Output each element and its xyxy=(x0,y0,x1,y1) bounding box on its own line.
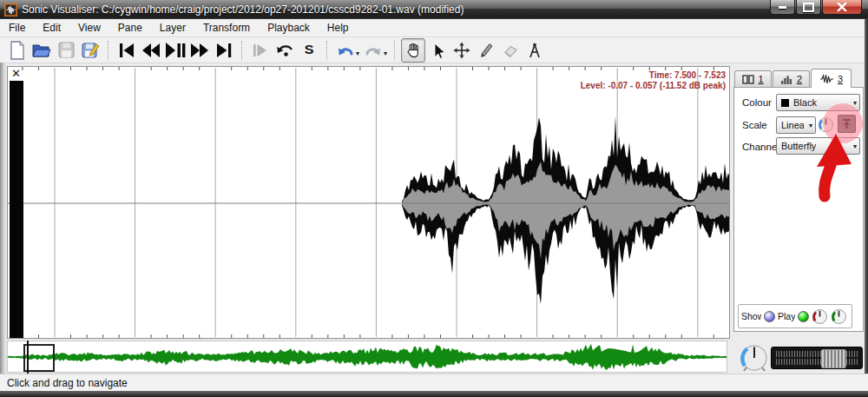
overview-strip[interactable] xyxy=(7,341,727,373)
erase-tool-button[interactable] xyxy=(498,38,523,63)
pane-tab-1[interactable]: 1 xyxy=(734,70,772,87)
navigate-tool-icon xyxy=(404,42,422,59)
playback-gain-knob[interactable] xyxy=(812,308,828,325)
fast-forward-button[interactable] xyxy=(187,38,212,63)
show-label: Show xyxy=(741,311,761,321)
new-file-button[interactable] xyxy=(5,38,30,63)
close-button[interactable] xyxy=(822,0,862,15)
waveform-pane[interactable]: ✕ Time: 7.500 - 7.523 Level: -0.07 - 0.0… xyxy=(7,66,730,339)
layer-properties-box: Colour Black ▾ Scale Linear ▾ Channels xyxy=(733,87,864,332)
draw-tool-button[interactable] xyxy=(474,38,498,63)
minimize-button[interactable] xyxy=(770,0,795,15)
menu-transform[interactable]: Transform xyxy=(194,20,259,36)
level-readout: Level: -0.07 - 0.057 (-11.52 dB peak) xyxy=(581,81,726,91)
channels-value: Butterfly xyxy=(781,141,816,151)
solo-icon: S xyxy=(305,43,314,56)
scale-value: Linear xyxy=(781,120,804,130)
maximize-button[interactable] xyxy=(796,0,821,15)
open-file-icon xyxy=(32,42,51,59)
menu-edit[interactable]: Edit xyxy=(34,20,69,36)
measure-tool-icon xyxy=(526,42,543,59)
level-bar xyxy=(10,81,23,338)
chevron-down-icon: ▾ xyxy=(853,142,857,150)
playback-speed-knob[interactable] xyxy=(739,342,770,374)
transport-group xyxy=(115,38,236,63)
skip-to-end-button[interactable] xyxy=(212,38,236,63)
gain-knob[interactable] xyxy=(818,116,834,133)
minimize-icon xyxy=(779,6,786,9)
play-toggle-led[interactable] xyxy=(798,311,809,322)
maximize-icon xyxy=(803,3,814,12)
redo-button[interactable] xyxy=(361,38,385,63)
new-file-icon xyxy=(9,41,26,60)
colour-select[interactable]: Black ▾ xyxy=(776,94,860,111)
play-pause-icon xyxy=(165,43,186,58)
pane-tab-3-label: 3 xyxy=(838,74,843,84)
menu-playback[interactable]: Playback xyxy=(259,20,319,36)
playhead-marker xyxy=(27,341,29,374)
playback-pan-knob[interactable] xyxy=(831,308,847,325)
pane-tab-1-label: 1 xyxy=(758,74,763,84)
status-text: Click and drag to navigate xyxy=(7,377,128,389)
pane-tab-2[interactable]: 2 xyxy=(773,70,810,87)
title-bar: Sonic Visualiser: C:/cygwin/home/craig/p… xyxy=(0,0,868,19)
redo-dropdown-arrow[interactable]: ▾ xyxy=(384,50,387,57)
undo-redo-group: ▾ ▾ xyxy=(333,38,389,63)
rewind-icon xyxy=(141,43,161,58)
toolbar-separator xyxy=(241,41,243,60)
menu-help[interactable]: Help xyxy=(319,20,358,36)
undo-dropdown-arrow[interactable]: ▾ xyxy=(356,50,359,57)
align-scale-button[interactable] xyxy=(838,115,856,133)
undo-button[interactable] xyxy=(333,38,358,63)
select-tool-button[interactable] xyxy=(425,38,450,63)
loop-icon xyxy=(274,42,295,59)
edit-tool-button[interactable] xyxy=(450,38,474,63)
scale-select[interactable]: Linear ▾ xyxy=(776,116,816,134)
pane-tab-2-label: 2 xyxy=(797,74,802,84)
select-tool-icon xyxy=(429,42,446,59)
pane-tab-3[interactable]: 3 xyxy=(811,69,852,88)
menu-view[interactable]: View xyxy=(69,20,109,36)
save-icon xyxy=(58,42,75,58)
fader-handle[interactable] xyxy=(821,349,846,368)
colour-label: Colour xyxy=(742,97,772,108)
undo-icon xyxy=(336,43,355,58)
time-readout: Time: 7.500 - 7.523 xyxy=(581,70,726,81)
rewind-button[interactable] xyxy=(139,38,163,63)
menu-layer[interactable]: Layer xyxy=(151,20,194,36)
save-button[interactable] xyxy=(54,38,78,63)
waveform-icon xyxy=(819,74,834,84)
play-selection-button[interactable] xyxy=(248,38,273,63)
colour-swatch xyxy=(781,99,789,107)
save-as-button[interactable] xyxy=(78,38,102,63)
volume-fader[interactable] xyxy=(771,347,863,369)
loop-button[interactable] xyxy=(273,38,297,63)
play-mode-group: S xyxy=(248,38,321,63)
close-icon xyxy=(837,3,847,11)
chevron-down-icon: ▾ xyxy=(809,122,812,129)
close-pane-button[interactable]: ✕ xyxy=(10,68,23,80)
readout: Time: 7.500 - 7.523 Level: -0.07 - 0.057… xyxy=(581,70,726,91)
menu-file[interactable]: File xyxy=(0,20,34,36)
channels-select[interactable]: Butterfly ▾ xyxy=(776,137,860,155)
toolbar-separator xyxy=(394,41,396,60)
toolbar-separator xyxy=(108,41,109,60)
play-selection-icon xyxy=(252,43,269,58)
solo-button[interactable]: S xyxy=(297,38,321,63)
window-title: Sonic Visualiser: C:/cygwin/home/craig/p… xyxy=(22,3,464,16)
navigate-tool-button[interactable] xyxy=(401,38,425,63)
toolbar-separator xyxy=(326,41,328,60)
play-pause-button[interactable] xyxy=(163,38,187,63)
show-toggle-led[interactable] xyxy=(764,311,775,322)
draw-tool-icon xyxy=(477,42,495,59)
window-frame-left xyxy=(0,63,7,391)
measure-tool-button[interactable] xyxy=(523,38,547,63)
skip-to-start-button[interactable] xyxy=(115,38,139,63)
open-file-button[interactable] xyxy=(30,38,54,63)
erase-tool-icon xyxy=(502,42,519,59)
waveform-canvas[interactable] xyxy=(8,67,729,338)
save-as-icon xyxy=(82,42,100,59)
menu-pane[interactable]: Pane xyxy=(109,20,151,36)
play-label: Play xyxy=(778,311,795,321)
properties-panel: 1 2 3 Colour Black ▾ Scale Linear ▾ xyxy=(732,69,865,334)
